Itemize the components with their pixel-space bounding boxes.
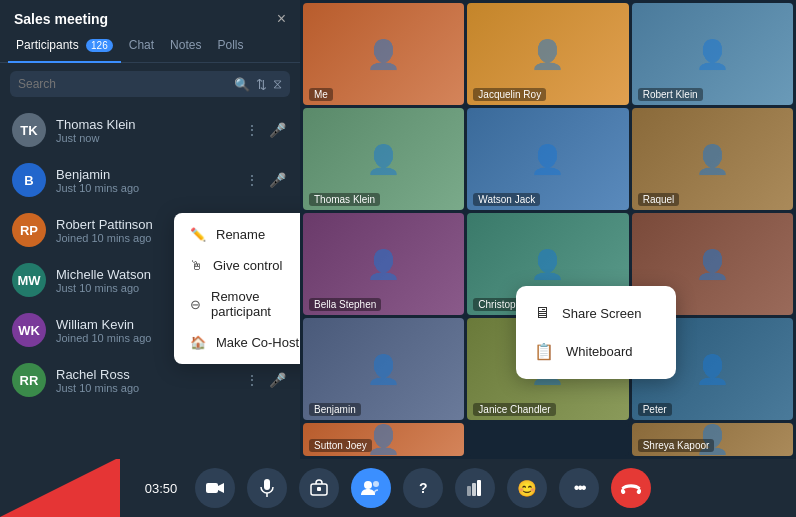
search-bar: 🔍 ⇅ ⧖ — [10, 71, 290, 97]
participants-icon — [361, 480, 381, 496]
video-cell: 👤 Shreya Kapoor — [632, 423, 793, 456]
left-panel: Sales meeting × Participants 126 Chat No… — [0, 0, 300, 459]
video-label: Shreya Kapoor — [638, 439, 715, 452]
video-grid: 👤 Me 👤 Jacquelin Roy 👤 Robert Klein 👤 Th… — [300, 0, 796, 459]
avatar: MW — [12, 263, 46, 297]
video-cell: 👤 Benjamin — [303, 318, 464, 420]
call-timer: 03:50 — [145, 481, 178, 496]
rename-icon: ✏️ — [190, 227, 206, 242]
share-button[interactable] — [299, 468, 339, 508]
participant-status: Just 10 mins ago — [56, 182, 243, 194]
reactions-button[interactable] — [455, 468, 495, 508]
participant-name: Thomas Klein — [56, 117, 243, 132]
svg-point-5 — [364, 481, 372, 489]
control-icon: 🖱 — [190, 258, 203, 273]
video-label: Watson Jack — [473, 193, 540, 206]
emoji-button[interactable]: 😊 — [507, 468, 547, 508]
video-label: Bella Stephen — [309, 298, 381, 311]
video-cell: 👤 Jacquelin Roy — [467, 3, 628, 105]
participant-name: Benjamin — [56, 167, 243, 182]
list-item: B Benjamin Just 10 mins ago ⋮ 🎤 — [4, 155, 296, 205]
avatar: RR — [12, 363, 46, 397]
svg-rect-1 — [264, 479, 270, 490]
filter-icon[interactable]: ⧖ — [273, 76, 282, 92]
remove-icon: ⊖ — [190, 297, 201, 312]
video-cell: 👤 Watson Jack — [467, 108, 628, 210]
more-button[interactable]: ••• — [559, 468, 599, 508]
share-screen-icon: 🖥 — [534, 304, 550, 322]
close-button[interactable]: × — [277, 10, 286, 28]
participant-name: Rachel Ross — [56, 367, 243, 382]
video-icon — [206, 481, 224, 495]
mic-button[interactable] — [247, 468, 287, 508]
panel-header: Sales meeting × — [0, 0, 300, 34]
mic-icon — [260, 479, 274, 497]
video-cell: 👤 Sutton Joey — [303, 423, 464, 456]
participants-button[interactable] — [351, 468, 391, 508]
remove-participant-menu-item[interactable]: ⊖ Remove participant — [174, 281, 300, 327]
help-button[interactable]: ? — [403, 468, 443, 508]
search-icon: 🔍 — [234, 77, 250, 92]
list-item: TK Thomas Klein Just now ⋮ 🎤 — [4, 105, 296, 155]
participant-info: Thomas Klein Just now — [56, 117, 243, 144]
video-label: Me — [309, 88, 333, 101]
video-label: Benjamin — [309, 403, 361, 416]
participants-list: TK Thomas Klein Just now ⋮ 🎤 B Benjamin — [0, 105, 300, 459]
avatar: RP — [12, 213, 46, 247]
sort-icon[interactable]: ⇅ — [256, 77, 267, 92]
tab-notes[interactable]: Notes — [162, 34, 209, 56]
more-options-button[interactable]: ⋮ — [243, 370, 261, 390]
panel-title: Sales meeting — [14, 11, 108, 27]
tab-chat[interactable]: Chat — [121, 34, 162, 56]
mute-button[interactable]: 🎤 — [267, 370, 288, 390]
video-label: Raquel — [638, 193, 680, 206]
participant-actions: ⋮ 🎤 — [243, 370, 288, 390]
video-label: Peter — [638, 403, 672, 416]
video-cell: 👤 Robert Klein — [632, 3, 793, 105]
whiteboard-icon: 📋 — [534, 342, 554, 361]
tab-participants[interactable]: Participants 126 — [8, 34, 121, 56]
video-cell: 👤 Raquel — [632, 108, 793, 210]
avatar: B — [12, 163, 46, 197]
video-button[interactable] — [195, 468, 235, 508]
rename-menu-item[interactable]: ✏️ Rename — [174, 219, 300, 250]
svg-rect-9 — [477, 480, 481, 496]
svg-rect-8 — [472, 483, 476, 496]
tab-polls[interactable]: Polls — [209, 34, 251, 56]
mute-button[interactable]: 🎤 — [267, 120, 288, 140]
svg-point-6 — [373, 481, 379, 487]
give-control-menu-item[interactable]: 🖱 Give control — [174, 250, 300, 281]
mute-button[interactable]: 🎤 — [267, 170, 288, 190]
participant-info: Benjamin Just 10 mins ago — [56, 167, 243, 194]
tabs-row: Participants 126 Chat Notes Polls — [0, 34, 300, 63]
participant-context-menu: ✏️ Rename 🖱 Give control ⊖ Remove partic… — [174, 213, 300, 364]
more-options-button[interactable]: ⋮ — [243, 170, 261, 190]
participant-status: Just 10 mins ago — [56, 382, 243, 394]
share-screen-popup: 🖥 Share Screen 📋 Whiteboard — [516, 286, 676, 379]
video-label: Thomas Klein — [309, 193, 380, 206]
list-item: RP Robert Pattinson Joined 10 mins ago ⋮… — [4, 205, 296, 255]
svg-rect-7 — [467, 486, 471, 496]
end-call-icon — [621, 482, 641, 494]
video-cell: 👤 Bella Stephen — [303, 213, 464, 315]
more-options-button[interactable]: ⋮ — [243, 120, 261, 140]
video-cell-empty — [467, 423, 628, 456]
make-cohost-menu-item[interactable]: 🏠 Make Co-Host — [174, 327, 300, 358]
video-label: Sutton Joey — [309, 439, 372, 452]
search-input[interactable] — [18, 77, 228, 91]
participant-status: Just now — [56, 132, 243, 144]
video-label: Janice Chandler — [473, 403, 555, 416]
video-cell: 👤 Me — [303, 3, 464, 105]
share-screen-button[interactable]: 🖥 Share Screen — [516, 294, 676, 332]
end-call-button[interactable] — [611, 468, 651, 508]
video-cell: 👤 Thomas Klein — [303, 108, 464, 210]
participant-actions: ⋮ 🎤 — [243, 120, 288, 140]
video-label: Jacquelin Roy — [473, 88, 546, 101]
share-icon — [310, 479, 328, 497]
video-label: Robert Klein — [638, 88, 703, 101]
svg-rect-0 — [206, 483, 218, 493]
cohost-icon: 🏠 — [190, 335, 206, 350]
whiteboard-button[interactable]: 📋 Whiteboard — [516, 332, 676, 371]
avatar: TK — [12, 113, 46, 147]
reactions-icon — [467, 480, 483, 496]
